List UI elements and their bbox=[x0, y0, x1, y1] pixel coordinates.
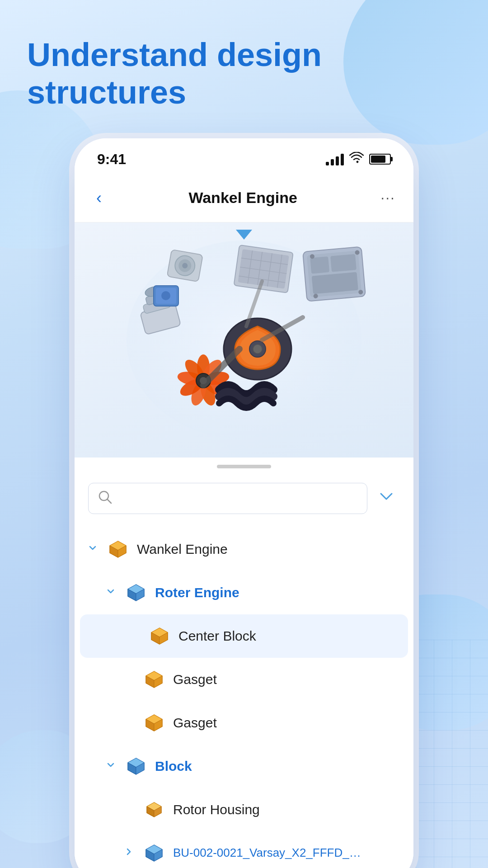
list-item[interactable]: Block bbox=[75, 745, 413, 788]
block-icon-blue bbox=[124, 581, 148, 604]
block-icon-orange bbox=[142, 711, 166, 735]
arrow-down-icon bbox=[88, 543, 99, 555]
block-icon-orange bbox=[142, 668, 166, 691]
svg-rect-31 bbox=[330, 254, 357, 272]
status-bar: 9:41 bbox=[75, 138, 413, 176]
status-icons bbox=[326, 152, 391, 167]
scroll-handle bbox=[75, 458, 413, 476]
list-item[interactable]: Roter Engine bbox=[75, 571, 413, 614]
search-input[interactable] bbox=[117, 491, 358, 505]
arrow-down-icon bbox=[106, 587, 117, 599]
svg-rect-20 bbox=[238, 249, 289, 289]
search-icon bbox=[98, 490, 112, 507]
tree-item-label: Gasget bbox=[173, 715, 217, 731]
svg-rect-30 bbox=[310, 256, 329, 274]
nav-title: Wankel Engine bbox=[188, 189, 297, 207]
engine-illustration bbox=[75, 222, 413, 458]
scroll-pill bbox=[217, 465, 271, 468]
search-area bbox=[75, 476, 413, 523]
search-row bbox=[88, 483, 400, 514]
block-icon-orange bbox=[106, 538, 130, 561]
model-viewer[interactable] bbox=[75, 222, 413, 458]
more-button[interactable]: ··· bbox=[380, 189, 395, 206]
tree-list: Wankel Engine Roter Engin bbox=[75, 523, 413, 868]
tree-item-label: BU-002-0021_Varsay_X2_FFFD_X0_lan bbox=[173, 846, 363, 860]
tree-item-label: Block bbox=[155, 759, 192, 774]
search-input-wrap[interactable] bbox=[88, 483, 367, 514]
list-item[interactable]: Rotor Housing bbox=[75, 788, 413, 831]
svg-line-48 bbox=[108, 500, 111, 503]
signal-icon bbox=[326, 153, 344, 165]
chevron-down-icon bbox=[378, 488, 394, 508]
wifi-icon bbox=[349, 152, 364, 167]
svg-point-43 bbox=[161, 291, 170, 300]
svg-point-47 bbox=[99, 491, 108, 500]
arrow-right-icon bbox=[124, 847, 135, 859]
block-icon-blue bbox=[142, 841, 166, 865]
phone-mockup: 9:41 bbox=[75, 138, 413, 868]
list-item[interactable]: Gasget bbox=[75, 658, 413, 701]
list-item[interactable]: BU-002-0021_Varsay_X2_FFFD_X0_lan bbox=[75, 831, 413, 868]
block-icon-orange-light bbox=[142, 798, 166, 821]
list-item[interactable]: Center Block bbox=[80, 614, 408, 658]
tree-item-label: Center Block bbox=[178, 628, 256, 644]
nav-bar: ‹ Wankel Engine ··· bbox=[75, 176, 413, 222]
list-item[interactable]: Gasget bbox=[75, 701, 413, 745]
page-headline: Understand design structures bbox=[27, 36, 389, 111]
tree-item-label: Gasget bbox=[173, 672, 217, 687]
block-icon-blue bbox=[124, 755, 148, 778]
block-icon-orange bbox=[148, 624, 171, 648]
tree-item-label: Wankel Engine bbox=[137, 542, 228, 557]
battery-icon bbox=[369, 154, 391, 165]
tree-item-label: Rotor Housing bbox=[173, 802, 260, 817]
back-button[interactable]: ‹ bbox=[93, 185, 105, 211]
arrow-down-icon bbox=[106, 760, 117, 772]
list-item[interactable]: Wankel Engine bbox=[75, 528, 413, 571]
tree-item-label: Roter Engine bbox=[155, 585, 239, 600]
svg-point-18 bbox=[253, 344, 262, 354]
status-time: 9:41 bbox=[97, 151, 126, 168]
expand-button[interactable] bbox=[373, 485, 400, 512]
